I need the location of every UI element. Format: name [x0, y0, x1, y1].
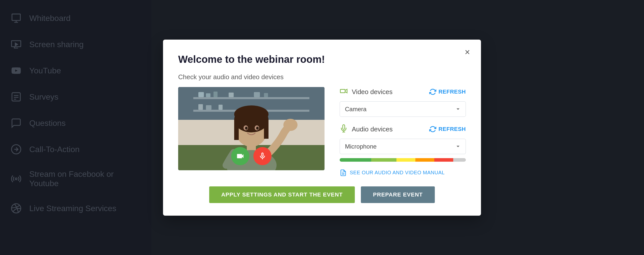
apply-settings-button[interactable]: APPLY SETTINGS AND START THE EVENT [209, 186, 355, 203]
audio-device-section: Audio devices REFRESH Microphone [340, 124, 466, 162]
svg-point-34 [256, 127, 259, 130]
svg-rect-21 [198, 104, 203, 110]
modal-dialog: × Welcome to the webinar room! Check you… [163, 40, 481, 216]
svg-point-37 [283, 119, 298, 131]
video-preview [178, 87, 325, 170]
svg-rect-28 [234, 120, 239, 140]
modal-title: Welcome to the webinar room! [178, 54, 466, 65]
video-device-title: Video devices [340, 87, 392, 97]
camera-toggle-button[interactable] [231, 147, 249, 165]
video-device-icon [340, 87, 348, 97]
microphone-toggle-button[interactable] [253, 147, 272, 165]
svg-point-30 [234, 105, 269, 123]
svg-rect-38 [340, 89, 345, 93]
svg-rect-16 [206, 93, 210, 97]
svg-rect-15 [198, 92, 204, 97]
audio-refresh-button[interactable]: REFRESH [429, 126, 466, 133]
close-button[interactable]: × [461, 46, 474, 59]
camera-select[interactable]: Camera [340, 101, 466, 117]
audio-device-icon [340, 124, 348, 134]
svg-rect-18 [229, 93, 234, 97]
audio-device-title: Audio devices [340, 124, 393, 134]
audio-level-bar [340, 158, 466, 162]
modal-footer: APPLY SETTINGS AND START THE EVENT PREPA… [178, 186, 466, 203]
modal-body: Video devices REFRESH Camera [178, 87, 466, 176]
audio-video-manual-link[interactable]: SEE OUR AUDIO AND VIDEO MANUAL [340, 169, 466, 176]
svg-rect-22 [206, 105, 211, 110]
svg-point-33 [245, 127, 248, 130]
svg-rect-13 [193, 97, 309, 99]
microphone-select[interactable]: Microphone [340, 139, 466, 154]
modal-overlay: × Welcome to the webinar room! Check you… [0, 0, 644, 255]
svg-rect-17 [213, 92, 218, 97]
modal-subtitle: Check your audio and video devices [178, 73, 466, 81]
svg-rect-23 [219, 105, 223, 110]
video-device-section: Video devices REFRESH Camera [340, 87, 466, 117]
svg-rect-19 [254, 92, 260, 97]
video-device-header: Video devices REFRESH [340, 87, 466, 97]
prepare-event-button[interactable]: PREPARE EVENT [361, 186, 435, 203]
svg-rect-29 [264, 120, 269, 139]
video-controls [231, 147, 272, 165]
right-panel: Video devices REFRESH Camera [340, 87, 466, 176]
video-refresh-button[interactable]: REFRESH [429, 88, 466, 95]
manual-link-icon [340, 169, 347, 176]
svg-rect-20 [264, 93, 268, 97]
audio-device-header: Audio devices REFRESH [340, 124, 466, 134]
